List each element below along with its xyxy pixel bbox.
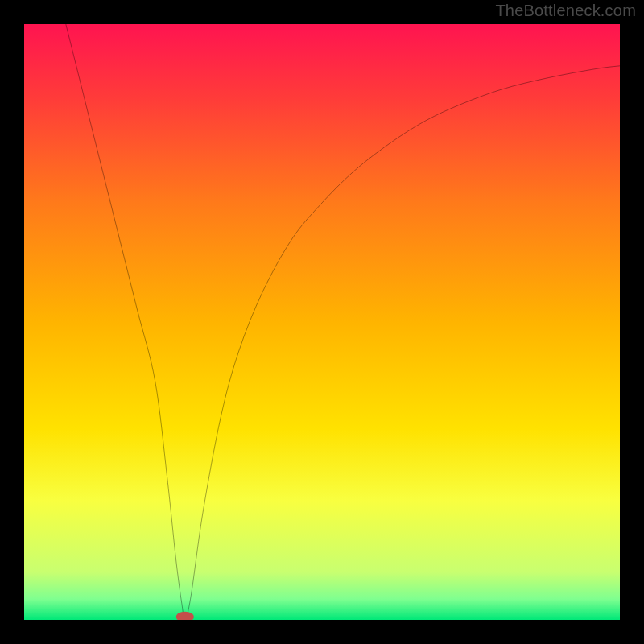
chart-frame: TheBottleneck.com	[0, 0, 644, 644]
plot-area	[24, 24, 620, 620]
watermark-text: TheBottleneck.com	[495, 2, 636, 20]
bottleneck-curve	[66, 24, 620, 620]
curve-layer	[24, 24, 620, 620]
min-marker	[176, 612, 194, 620]
